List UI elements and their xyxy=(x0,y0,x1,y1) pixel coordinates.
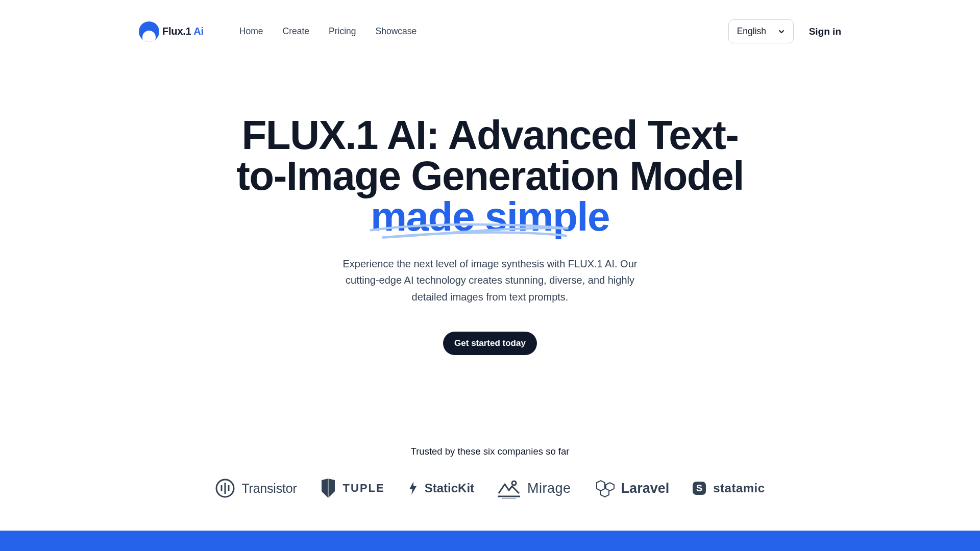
logo-statamic: S statamic xyxy=(692,481,765,496)
logo-tuple-label: TUPLE xyxy=(343,482,385,495)
logo-mirage: Mirage xyxy=(497,478,571,498)
brand-name-main: Flux.1 xyxy=(162,26,193,37)
logo-laravel: Laravel xyxy=(594,478,670,499)
hero-title-emphasis-text: made simple xyxy=(371,194,609,239)
nav-create[interactable]: Create xyxy=(283,26,310,37)
nav-showcase[interactable]: Showcase xyxy=(376,26,417,37)
hero-title: FLUX.1 AI: Advanced Text-to-Image Genera… xyxy=(235,115,745,237)
get-started-button[interactable]: Get started today xyxy=(443,332,537,355)
signin-link[interactable]: Sign in xyxy=(809,26,841,37)
laravel-icon xyxy=(594,478,615,499)
transistor-icon xyxy=(215,478,235,498)
header-right: English Sign in xyxy=(728,19,841,43)
language-selected: English xyxy=(737,26,766,37)
mirage-icon xyxy=(497,478,521,498)
trusted-heading: Trusted by these six companies so far xyxy=(139,446,841,457)
site-header: Flux.1 Ai Home Create Pricing Showcase E… xyxy=(139,0,841,43)
logo-transistor-label: Transistor xyxy=(241,481,297,496)
hero: FLUX.1 AI: Advanced Text-to-Image Genera… xyxy=(139,115,841,355)
svg-text:S: S xyxy=(696,483,702,493)
tuple-icon xyxy=(320,478,337,498)
statickit-icon xyxy=(407,481,419,496)
brand-name-accent: Ai xyxy=(193,26,204,37)
trusted-section: Trusted by these six companies so far Tr… xyxy=(139,446,841,499)
chevron-down-icon xyxy=(778,28,785,35)
brand-name: Flux.1 Ai xyxy=(162,26,204,37)
nav-home[interactable]: Home xyxy=(239,26,263,37)
hero-title-emphasis: made simple xyxy=(371,196,609,237)
svg-point-4 xyxy=(512,481,516,485)
hero-title-main: FLUX.1 AI: Advanced Text-to-Image Genera… xyxy=(236,112,744,198)
logo-laravel-label: Laravel xyxy=(621,481,670,496)
logo-transistor: Transistor xyxy=(215,478,297,498)
nav-pricing[interactable]: Pricing xyxy=(329,26,356,37)
statamic-icon: S xyxy=(692,481,707,496)
primary-nav: Home Create Pricing Showcase xyxy=(239,26,416,37)
logo-statickit-label: StaticKit xyxy=(425,481,474,495)
hero-subtitle: Experience the next level of image synth… xyxy=(327,256,653,305)
logo-statamic-label: statamic xyxy=(713,481,765,495)
brand-icon xyxy=(139,21,159,42)
brand-logo[interactable]: Flux.1 Ai xyxy=(139,21,204,42)
company-logos: Transistor TUPLE StaticKit xyxy=(139,478,841,499)
logo-statickit: StaticKit xyxy=(407,481,474,496)
logo-tuple: TUPLE xyxy=(320,478,385,498)
language-select[interactable]: English xyxy=(728,19,794,43)
footer-band xyxy=(0,531,980,551)
logo-mirage-label: Mirage xyxy=(527,481,571,496)
